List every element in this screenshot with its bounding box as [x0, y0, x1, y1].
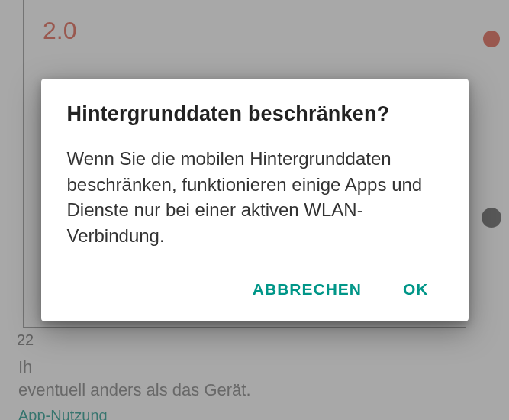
ok-button[interactable]: OK — [400, 276, 432, 303]
cancel-button[interactable]: ABBRECHEN — [250, 276, 365, 303]
dialog-body: Wenn Sie die mobilen Hintergrunddaten be… — [67, 146, 443, 248]
confirm-dialog: Hintergrunddaten beschränken? Wenn Sie d… — [41, 79, 469, 321]
dialog-actions: ABBRECHEN OK — [67, 276, 443, 311]
dialog-title: Hintergrunddaten beschränken? — [67, 102, 443, 126]
